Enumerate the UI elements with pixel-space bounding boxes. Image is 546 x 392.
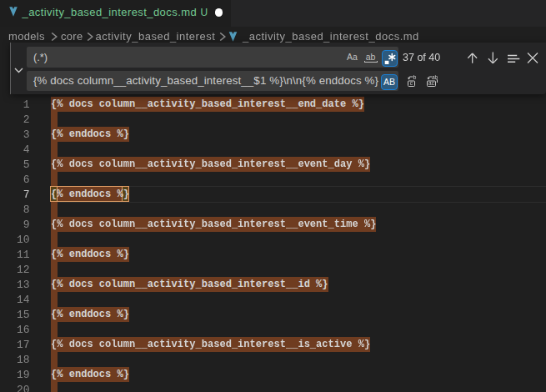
svg-text:ab: ab <box>432 75 438 80</box>
svg-text:b: b <box>413 75 417 80</box>
svg-text:ac: ac <box>428 80 435 86</box>
